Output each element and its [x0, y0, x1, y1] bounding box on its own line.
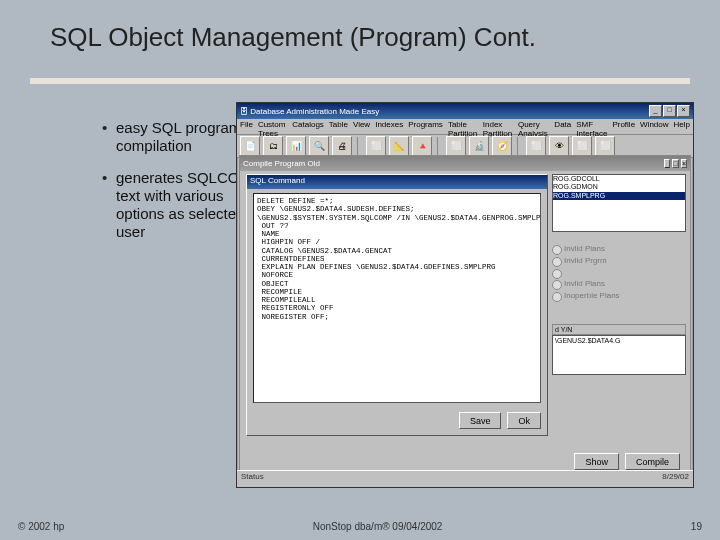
menu-item[interactable]: Programs [408, 120, 443, 133]
toolbar-icon[interactable]: 📊 [286, 136, 306, 156]
toolbar-icon[interactable]: 🔬 [469, 136, 489, 156]
radio-option[interactable]: Invlid Plans [552, 279, 686, 288]
toolbar-icon[interactable]: ⬜ [572, 136, 592, 156]
menu-item[interactable]: Data [554, 120, 571, 133]
status-text: Status [241, 472, 264, 486]
maximize-icon[interactable]: □ [663, 105, 676, 117]
show-button[interactable]: Show [574, 453, 619, 470]
compile-title: Compile Program Old [243, 159, 320, 168]
status-date: 8/29/02 [662, 472, 689, 486]
list-item[interactable]: ROG.GDCOLL [553, 175, 685, 183]
sql-titlebar[interactable]: SQL Command [247, 175, 547, 189]
menu-item[interactable]: Custom Trees [258, 120, 287, 133]
menu-item[interactable]: Help [674, 120, 690, 133]
page-number: 19 [691, 521, 702, 532]
sql-command-window: SQL Command DELETE DEFINE =*; OBEY \GENU… [246, 174, 548, 436]
radio-option[interactable]: Invlid Prgrm [552, 256, 686, 265]
app-title: 🗄 Database Administration Made Easy [240, 107, 379, 116]
save-button[interactable]: Save [459, 412, 502, 429]
maximize-icon[interactable]: □ [672, 159, 678, 168]
menu-item[interactable]: Profile [612, 120, 635, 133]
app-icon: 🗄 [240, 107, 250, 116]
menu-item[interactable]: View [353, 120, 370, 133]
toolbar-icon[interactable]: 🧭 [492, 136, 512, 156]
footer-center: NonStop dba/m® 09/04/2002 [313, 521, 443, 532]
accent-bar [30, 78, 690, 84]
menu-item[interactable]: Window [640, 120, 668, 133]
ok-button[interactable]: Ok [507, 412, 541, 429]
radio-option[interactable]: Invlid Plans [552, 244, 686, 253]
close-icon[interactable]: × [677, 105, 690, 117]
list-item[interactable]: ROG.SMPLPRG [553, 192, 685, 200]
toolbar-icon[interactable]: ⬜ [446, 136, 466, 156]
minimize-icon[interactable]: _ [649, 105, 662, 117]
program-listbox[interactable]: ROG.GDCOLL ROG.GDMON ROG.SMPLPRG [552, 174, 686, 232]
right-panel: ROG.GDCOLL ROG.GDMON ROG.SMPLPRG Invlid … [552, 174, 686, 375]
app-window: 🗄 Database Administration Made Easy _ □ … [236, 102, 694, 488]
toolbar-separator [517, 137, 521, 155]
sql-textarea[interactable]: DELETE DEFINE =*; OBEY \GENUS2.$DATA4.SU… [253, 193, 541, 403]
radio-group: Invlid Plans Invlid Prgrm Invlid Plans I… [552, 244, 686, 300]
status-bar: Status 8/29/02 [237, 470, 693, 487]
table-cell[interactable]: \GENUS2.$DATA4.G [552, 335, 686, 375]
toolbar-icon[interactable]: 🗂 [263, 136, 283, 156]
toolbar-icon[interactable]: 🔺 [412, 136, 432, 156]
toolbar-separator [437, 137, 441, 155]
toolbar-icon[interactable]: ⬜ [526, 136, 546, 156]
list-item[interactable]: ROG.GDMON [553, 183, 685, 191]
menu-bar[interactable]: File Custom Trees Catalogs Table View In… [237, 119, 693, 135]
slide-footer: © 2002 hp NonStop dba/m® 09/04/2002 19 [0, 521, 720, 532]
compile-window: Compile Program Old _ □ × SQL Command DE… [239, 155, 691, 477]
page-title: SQL Object Management (Program) Cont. [0, 0, 720, 63]
menu-item[interactable]: SMF Interface [576, 120, 607, 133]
toolbar-icon[interactable]: 🔍 [309, 136, 329, 156]
app-titlebar[interactable]: 🗄 Database Administration Made Easy _ □ … [237, 103, 693, 119]
defines-table: d Y/N \GENUS2.$DATA4.G [552, 324, 686, 375]
toolbar-icon[interactable]: ⬜ [366, 136, 386, 156]
menu-item[interactable]: Indexes [375, 120, 403, 133]
toolbar-icon[interactable]: 👁 [549, 136, 569, 156]
compile-titlebar[interactable]: Compile Program Old _ □ × [240, 156, 690, 171]
toolbar-icon[interactable]: ⬜ [595, 136, 615, 156]
menu-item[interactable]: Table Partition [448, 120, 478, 133]
toolbar-separator [357, 137, 361, 155]
compile-button[interactable]: Compile [625, 453, 680, 470]
minimize-icon[interactable]: _ [664, 159, 670, 168]
menu-item[interactable]: Table [329, 120, 348, 133]
toolbar-icon[interactable]: 📐 [389, 136, 409, 156]
copyright: © 2002 hp [18, 521, 64, 532]
toolbar-icon[interactable]: 📄 [240, 136, 260, 156]
menu-item[interactable]: File [240, 120, 253, 133]
menu-item[interactable]: Catalogs [292, 120, 324, 133]
close-icon[interactable]: × [681, 159, 687, 168]
radio-option[interactable]: Inoperble Plans [552, 291, 686, 300]
menu-item[interactable]: Query Analysis [518, 120, 549, 133]
toolbar-icon[interactable]: 🖨 [332, 136, 352, 156]
table-header: d Y/N [552, 324, 686, 335]
menu-item[interactable]: Index Partition [483, 120, 513, 133]
